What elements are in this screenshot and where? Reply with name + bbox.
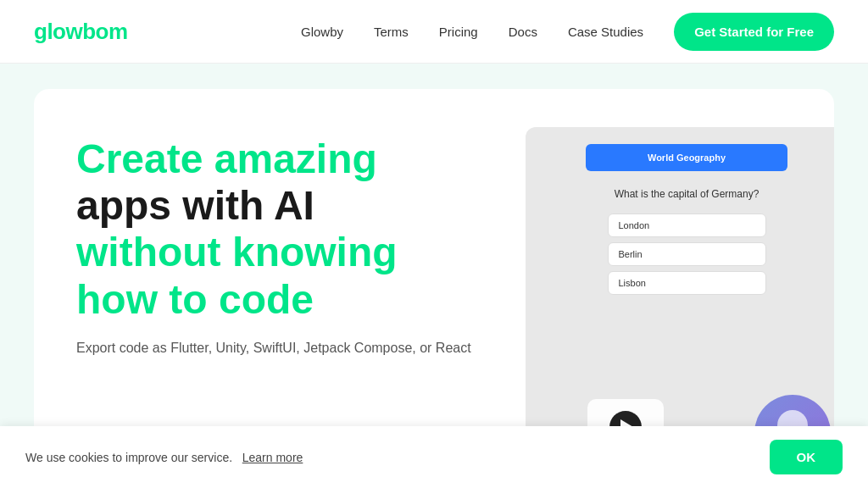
hero-subtitle: Export code as Flutter, Unity, SwiftUI, … xyxy=(76,338,492,358)
hero-title-line2: apps with AI xyxy=(76,183,314,228)
app-options: London Berlin Lisbon xyxy=(608,214,766,295)
logo-suffix: bom xyxy=(82,19,127,44)
hero-text-block: Create amazing apps with AI without know… xyxy=(76,127,492,358)
cookie-text-content: We use cookies to improve our service. xyxy=(25,451,232,464)
learn-more-link[interactable]: Learn more xyxy=(242,451,303,464)
logo[interactable]: glowbom xyxy=(34,19,128,45)
nav-terms[interactable]: Terms xyxy=(374,25,409,39)
nav-glowby[interactable]: Glowby xyxy=(301,25,343,39)
nav-case-studies[interactable]: Case Studies xyxy=(568,25,643,39)
app-question: What is the capital of Germany? xyxy=(542,188,831,200)
app-topbar-text: World Geography xyxy=(648,152,726,163)
cookie-message: We use cookies to improve our service. L… xyxy=(25,451,303,464)
hero-title: Create amazing apps with AI without know… xyxy=(76,136,492,323)
hero-title-line1: Create amazing xyxy=(76,136,377,181)
cookie-bar: We use cookies to improve our service. L… xyxy=(0,426,868,488)
app-option-0[interactable]: London xyxy=(608,214,766,237)
hero-title-line4: how to code xyxy=(76,277,314,322)
main-content: Create amazing apps with AI without know… xyxy=(0,64,868,488)
nav-docs[interactable]: Docs xyxy=(509,25,537,39)
main-nav: Glowby Terms Pricing Docs Case Studies G… xyxy=(301,13,834,51)
header: glowbom Glowby Terms Pricing Docs Case S… xyxy=(0,0,868,64)
cookie-ok-button[interactable]: OK xyxy=(770,440,843,474)
app-option-2[interactable]: Lisbon xyxy=(608,271,766,295)
hero-title-line3: without knowing xyxy=(76,230,398,274)
app-option-1[interactable]: Berlin xyxy=(608,242,766,266)
get-started-button[interactable]: Get Started for Free xyxy=(674,13,834,51)
logo-prefix: glow xyxy=(34,19,82,44)
app-topbar: World Geography xyxy=(586,144,787,171)
nav-pricing[interactable]: Pricing xyxy=(439,25,478,39)
